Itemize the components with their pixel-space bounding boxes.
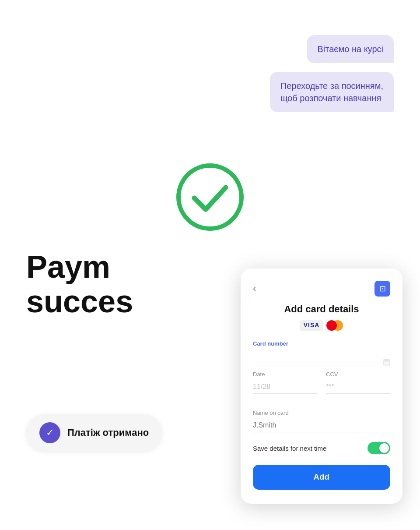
badge-label: Платіж отримано [67, 427, 149, 438]
save-details-row: Save details for next time [253, 442, 390, 454]
back-button[interactable]: ‹ [253, 283, 256, 294]
payment-line1: Paym [26, 250, 133, 284]
chat-bubble-2: Переходьте за посинням,щоб розпочати нав… [270, 72, 394, 112]
modal-title: Add card details [253, 304, 390, 315]
name-on-card-input[interactable] [253, 419, 390, 432]
card-number-input[interactable] [253, 350, 390, 363]
chat-area: Вітаємо на курсі Переходьте за посинням,… [270, 35, 394, 112]
save-details-label: Save details for next time [253, 445, 326, 452]
date-ccv-row: Date CCV [253, 371, 390, 402]
date-label: Date [253, 371, 317, 378]
card-scan-icon: ▤ [383, 357, 390, 367]
card-number-label: Card number [253, 340, 390, 347]
scan-icon: ⊡ [379, 284, 386, 293]
scan-button[interactable]: ⊡ [374, 281, 390, 297]
badge-check-icon: ✓ [39, 422, 60, 443]
ccv-label: CCV [326, 371, 390, 378]
svg-point-0 [178, 166, 242, 229]
add-button[interactable]: Add [253, 465, 390, 490]
payment-line2: succes [26, 284, 133, 319]
card-logos: VISA [253, 320, 390, 331]
card-number-row: ▤ [253, 350, 390, 371]
chat-bubble-1: Вітаємо на курсі [307, 35, 394, 63]
save-details-toggle[interactable] [368, 442, 390, 454]
payment-success-text: Paym succes [26, 250, 133, 319]
card-modal: ‹ ⊡ Add card details VISA Card number ▤ … [241, 269, 402, 504]
date-field-group: Date [253, 371, 317, 402]
payment-received-badge: ✓ Платіж отримано [26, 414, 162, 451]
date-input[interactable] [253, 380, 317, 394]
ccv-field-group: CCV [326, 371, 390, 402]
chat-bubble-2-text: Переходьте за посинням,щоб розпочати нав… [280, 81, 383, 103]
mastercard-logo [326, 320, 343, 331]
modal-header: ‹ ⊡ [253, 281, 390, 297]
name-on-card-label: Name on card [253, 410, 390, 416]
chat-bubble-1-text: Вітаємо на курсі [317, 44, 383, 54]
visa-logo: VISA [300, 320, 323, 331]
success-check-circle [175, 162, 245, 232]
ccv-input[interactable] [326, 380, 390, 394]
